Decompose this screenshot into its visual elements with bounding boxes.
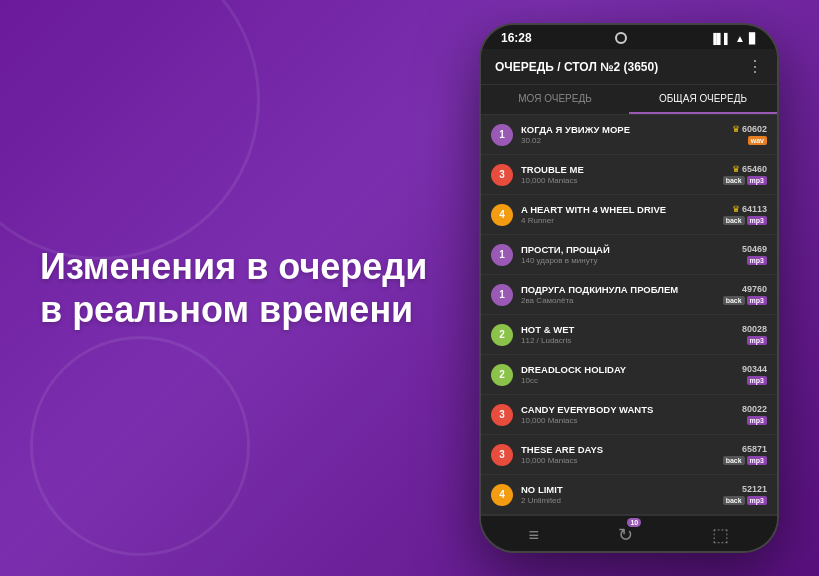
- song-id-row: 50469: [742, 244, 767, 254]
- song-right: ♛65460 backmp3: [723, 164, 767, 185]
- badge-mp3: mp3: [747, 456, 767, 465]
- status-icons: ▐▌▌ ▲ ▊: [710, 33, 757, 44]
- song-info: ПОДРУГА ПОДКИНУЛА ПРОБЛЕМ 2ва Самолёта: [521, 284, 717, 305]
- song-info: DREADLOCK HOLIDAY 10cc: [521, 364, 736, 385]
- song-info: NO LIMIT 2 Unlimited: [521, 484, 717, 505]
- status-circle: [615, 32, 627, 44]
- song-item[interactable]: 3 CANDY EVERYBODY WANTS 10,000 Maniacs 8…: [481, 395, 777, 435]
- song-id: 60602: [742, 124, 767, 134]
- song-badges: backmp3: [723, 296, 767, 305]
- song-artist: 4 Runner: [521, 216, 717, 225]
- refresh-nav-icon[interactable]: ↻ 10: [618, 524, 633, 546]
- song-item[interactable]: 2 HOT & WET 112 / Ludacris 80028 mp3: [481, 315, 777, 355]
- song-number: 4: [491, 484, 513, 506]
- song-item[interactable]: 3 TROUBLE ME 10,000 Maniacs ♛65460 backm…: [481, 155, 777, 195]
- battery-icon: ▊: [749, 33, 757, 44]
- song-artist: 10cc: [521, 376, 736, 385]
- tab-general-queue[interactable]: ОБЩАЯ ОЧЕРЕДЬ: [629, 85, 777, 114]
- song-item[interactable]: 2 DREADLOCK HOLIDAY 10cc 90344 mp3: [481, 355, 777, 395]
- song-id: 80022: [742, 404, 767, 414]
- song-artist: 10,000 Maniacs: [521, 456, 717, 465]
- song-title: ПОДРУГА ПОДКИНУЛА ПРОБЛЕМ: [521, 284, 717, 295]
- song-id-row: ♛65460: [732, 164, 767, 174]
- badge-mp3: mp3: [747, 256, 767, 265]
- song-info: CANDY EVERYBODY WANTS 10,000 Maniacs: [521, 404, 736, 425]
- phone-frame: 16:28 ▐▌▌ ▲ ▊ ОЧЕРЕДЬ / СТОЛ №2 (3650) ⋮…: [479, 23, 779, 553]
- song-item[interactable]: 1 КОГДА Я УВИЖУ МОРЕ 30.02 ♛60602 wav: [481, 115, 777, 155]
- badge-mp3: mp3: [747, 336, 767, 345]
- crown-icon: ♛: [732, 164, 740, 174]
- song-artist: 2 Unlimited: [521, 496, 717, 505]
- app-header: ОЧЕРЕДЬ / СТОЛ №2 (3650) ⋮: [481, 49, 777, 85]
- song-item[interactable]: 1 ПОДРУГА ПОДКИНУЛА ПРОБЛЕМ 2ва Самолёта…: [481, 275, 777, 315]
- song-right: ♛60602 wav: [732, 124, 767, 145]
- song-info: A HEART WITH 4 WHEEL DRIVE 4 Runner: [521, 204, 717, 225]
- song-item[interactable]: 1 ПРОСТИ, ПРОЩАЙ 140 ударов в минуту 504…: [481, 235, 777, 275]
- song-title: NO LIMIT: [521, 484, 717, 495]
- badge-back: back: [723, 216, 745, 225]
- song-id: 65460: [742, 164, 767, 174]
- app-title: ОЧЕРЕДЬ / СТОЛ №2 (3650): [495, 60, 658, 74]
- song-number: 3: [491, 444, 513, 466]
- badge-back: back: [723, 176, 745, 185]
- song-badges: mp3: [747, 336, 767, 345]
- status-bar: 16:28 ▐▌▌ ▲ ▊: [481, 25, 777, 49]
- song-info: HOT & WET 112 / Ludacris: [521, 324, 736, 345]
- song-id: 52121: [742, 484, 767, 494]
- song-badges: backmp3: [723, 176, 767, 185]
- song-id: 65871: [742, 444, 767, 454]
- tabs-bar: МОЯ ОЧЕРЕДЬ ОБЩАЯ ОЧЕРЕДЬ: [481, 85, 777, 115]
- queue-nav-icon[interactable]: ≡: [529, 525, 540, 546]
- song-badges: wav: [748, 136, 767, 145]
- song-id: 49760: [742, 284, 767, 294]
- crown-icon: ♛: [732, 124, 740, 134]
- song-id: 50469: [742, 244, 767, 254]
- song-number: 2: [491, 364, 513, 386]
- badge-mp3: mp3: [747, 416, 767, 425]
- song-badges: mp3: [747, 416, 767, 425]
- song-right: 50469 mp3: [742, 244, 767, 265]
- tab-my-queue[interactable]: МОЯ ОЧЕРЕДЬ: [481, 85, 629, 114]
- badge-mp3: mp3: [747, 496, 767, 505]
- song-title: HOT & WET: [521, 324, 736, 335]
- song-list: 1 КОГДА Я УВИЖУ МОРЕ 30.02 ♛60602 wav 3 …: [481, 115, 777, 515]
- badge-mp3: mp3: [747, 296, 767, 305]
- song-right: ♛64113 backmp3: [723, 204, 767, 225]
- song-id-row: 65871: [742, 444, 767, 454]
- song-title: CANDY EVERYBODY WANTS: [521, 404, 736, 415]
- song-title: A HEART WITH 4 WHEEL DRIVE: [521, 204, 717, 215]
- song-info: TROUBLE ME 10,000 Maniacs: [521, 164, 717, 185]
- song-artist: 2ва Самолёта: [521, 296, 717, 305]
- song-artist: 10,000 Maniacs: [521, 416, 736, 425]
- song-number: 2: [491, 324, 513, 346]
- song-info: КОГДА Я УВИЖУ МОРЕ 30.02: [521, 124, 726, 145]
- song-id-row: 49760: [742, 284, 767, 294]
- song-title: THESE ARE DAYS: [521, 444, 717, 455]
- song-item[interactable]: 3 THESE ARE DAYS 10,000 Maniacs 65871 ba…: [481, 435, 777, 475]
- song-right: 80022 mp3: [742, 404, 767, 425]
- status-time: 16:28: [501, 31, 532, 45]
- song-number: 4: [491, 204, 513, 226]
- song-badges: mp3: [747, 256, 767, 265]
- song-title: ПРОСТИ, ПРОЩАЙ: [521, 244, 736, 255]
- badge-mp3: mp3: [747, 216, 767, 225]
- song-id-row: ♛64113: [732, 204, 767, 214]
- bg-decoration-circle-2: [30, 336, 250, 556]
- crown-icon: ♛: [732, 204, 740, 214]
- wifi-icon: ▲: [735, 33, 745, 44]
- song-item[interactable]: 4 NO LIMIT 2 Unlimited 52121 backmp3: [481, 475, 777, 515]
- song-badges: mp3: [747, 376, 767, 385]
- cast-nav-icon[interactable]: ⬚: [712, 524, 729, 546]
- signal-icon: ▐▌▌: [710, 33, 731, 44]
- song-id: 80028: [742, 324, 767, 334]
- song-right: 52121 backmp3: [723, 484, 767, 505]
- song-number: 3: [491, 404, 513, 426]
- badge-mp3: mp3: [747, 176, 767, 185]
- song-id: 64113: [742, 204, 767, 214]
- song-right: 80028 mp3: [742, 324, 767, 345]
- song-badges: backmp3: [723, 456, 767, 465]
- refresh-badge: 10: [627, 518, 641, 527]
- song-artist: 30.02: [521, 136, 726, 145]
- menu-dots-icon[interactable]: ⋮: [747, 57, 763, 76]
- song-item[interactable]: 4 A HEART WITH 4 WHEEL DRIVE 4 Runner ♛6…: [481, 195, 777, 235]
